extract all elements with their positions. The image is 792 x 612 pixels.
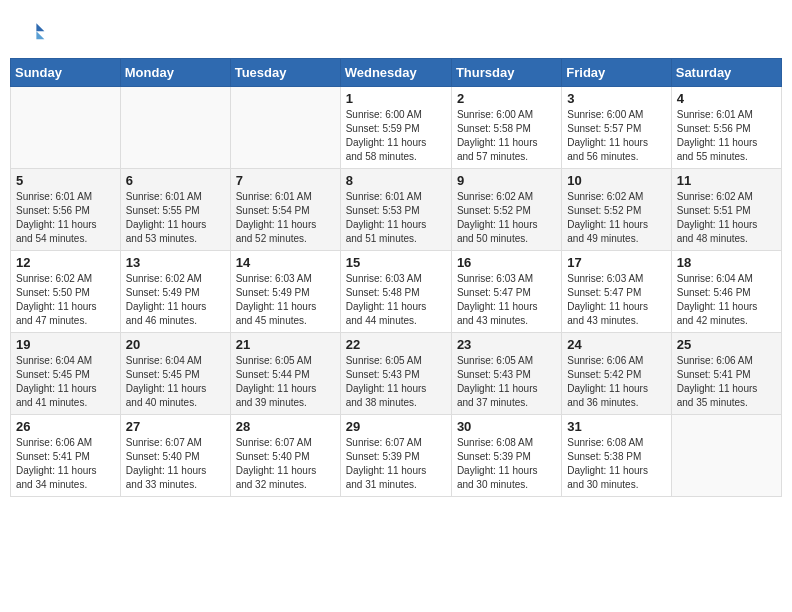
day-number: 8 — [346, 173, 446, 188]
day-info: Sunrise: 6:02 AM Sunset: 5:52 PM Dayligh… — [457, 190, 556, 246]
day-info: Sunrise: 6:03 AM Sunset: 5:47 PM Dayligh… — [567, 272, 665, 328]
calendar-day-cell: 21Sunrise: 6:05 AM Sunset: 5:44 PM Dayli… — [230, 333, 340, 415]
day-info: Sunrise: 6:04 AM Sunset: 5:45 PM Dayligh… — [16, 354, 115, 410]
day-info: Sunrise: 6:00 AM Sunset: 5:58 PM Dayligh… — [457, 108, 556, 164]
day-info: Sunrise: 6:05 AM Sunset: 5:44 PM Dayligh… — [236, 354, 335, 410]
day-number: 15 — [346, 255, 446, 270]
day-info: Sunrise: 6:04 AM Sunset: 5:45 PM Dayligh… — [126, 354, 225, 410]
calendar-day-cell — [230, 87, 340, 169]
day-info: Sunrise: 6:06 AM Sunset: 5:41 PM Dayligh… — [677, 354, 776, 410]
day-number: 4 — [677, 91, 776, 106]
day-info: Sunrise: 6:01 AM Sunset: 5:54 PM Dayligh… — [236, 190, 335, 246]
day-number: 30 — [457, 419, 556, 434]
calendar-day-cell: 25Sunrise: 6:06 AM Sunset: 5:41 PM Dayli… — [671, 333, 781, 415]
weekday-header-wednesday: Wednesday — [340, 59, 451, 87]
day-info: Sunrise: 6:08 AM Sunset: 5:38 PM Dayligh… — [567, 436, 665, 492]
calendar-day-cell: 10Sunrise: 6:02 AM Sunset: 5:52 PM Dayli… — [562, 169, 671, 251]
day-number: 17 — [567, 255, 665, 270]
logo-icon — [22, 20, 46, 44]
day-info: Sunrise: 6:01 AM Sunset: 5:56 PM Dayligh… — [677, 108, 776, 164]
day-info: Sunrise: 6:00 AM Sunset: 5:57 PM Dayligh… — [567, 108, 665, 164]
calendar-day-cell: 6Sunrise: 6:01 AM Sunset: 5:55 PM Daylig… — [120, 169, 230, 251]
day-number: 3 — [567, 91, 665, 106]
day-info: Sunrise: 6:04 AM Sunset: 5:46 PM Dayligh… — [677, 272, 776, 328]
day-number: 27 — [126, 419, 225, 434]
day-info: Sunrise: 6:01 AM Sunset: 5:56 PM Dayligh… — [16, 190, 115, 246]
day-number: 24 — [567, 337, 665, 352]
day-info: Sunrise: 6:02 AM Sunset: 5:51 PM Dayligh… — [677, 190, 776, 246]
svg-marker-0 — [36, 23, 44, 31]
calendar-day-cell: 20Sunrise: 6:04 AM Sunset: 5:45 PM Dayli… — [120, 333, 230, 415]
calendar-day-cell: 29Sunrise: 6:07 AM Sunset: 5:39 PM Dayli… — [340, 415, 451, 497]
calendar-day-cell — [671, 415, 781, 497]
day-info: Sunrise: 6:07 AM Sunset: 5:39 PM Dayligh… — [346, 436, 446, 492]
weekday-header-thursday: Thursday — [451, 59, 561, 87]
day-info: Sunrise: 6:05 AM Sunset: 5:43 PM Dayligh… — [457, 354, 556, 410]
day-number: 16 — [457, 255, 556, 270]
calendar-day-cell: 31Sunrise: 6:08 AM Sunset: 5:38 PM Dayli… — [562, 415, 671, 497]
day-info: Sunrise: 6:01 AM Sunset: 5:55 PM Dayligh… — [126, 190, 225, 246]
day-number: 10 — [567, 173, 665, 188]
weekday-header-friday: Friday — [562, 59, 671, 87]
day-info: Sunrise: 6:02 AM Sunset: 5:52 PM Dayligh… — [567, 190, 665, 246]
day-number: 11 — [677, 173, 776, 188]
calendar-day-cell: 1Sunrise: 6:00 AM Sunset: 5:59 PM Daylig… — [340, 87, 451, 169]
day-number: 23 — [457, 337, 556, 352]
calendar-day-cell: 22Sunrise: 6:05 AM Sunset: 5:43 PM Dayli… — [340, 333, 451, 415]
calendar-day-cell: 14Sunrise: 6:03 AM Sunset: 5:49 PM Dayli… — [230, 251, 340, 333]
day-number: 26 — [16, 419, 115, 434]
day-number: 18 — [677, 255, 776, 270]
day-number: 1 — [346, 91, 446, 106]
day-info: Sunrise: 6:01 AM Sunset: 5:53 PM Dayligh… — [346, 190, 446, 246]
weekday-header-tuesday: Tuesday — [230, 59, 340, 87]
calendar-day-cell: 9Sunrise: 6:02 AM Sunset: 5:52 PM Daylig… — [451, 169, 561, 251]
day-number: 29 — [346, 419, 446, 434]
calendar-day-cell: 18Sunrise: 6:04 AM Sunset: 5:46 PM Dayli… — [671, 251, 781, 333]
day-info: Sunrise: 6:02 AM Sunset: 5:49 PM Dayligh… — [126, 272, 225, 328]
calendar-table: SundayMondayTuesdayWednesdayThursdayFrid… — [10, 58, 782, 497]
day-info: Sunrise: 6:08 AM Sunset: 5:39 PM Dayligh… — [457, 436, 556, 492]
day-info: Sunrise: 6:06 AM Sunset: 5:42 PM Dayligh… — [567, 354, 665, 410]
calendar-week-row: 5Sunrise: 6:01 AM Sunset: 5:56 PM Daylig… — [11, 169, 782, 251]
day-number: 12 — [16, 255, 115, 270]
calendar-week-row: 12Sunrise: 6:02 AM Sunset: 5:50 PM Dayli… — [11, 251, 782, 333]
weekday-header-saturday: Saturday — [671, 59, 781, 87]
calendar-day-cell: 15Sunrise: 6:03 AM Sunset: 5:48 PM Dayli… — [340, 251, 451, 333]
calendar-day-cell: 24Sunrise: 6:06 AM Sunset: 5:42 PM Dayli… — [562, 333, 671, 415]
calendar-day-cell: 27Sunrise: 6:07 AM Sunset: 5:40 PM Dayli… — [120, 415, 230, 497]
calendar-day-cell: 3Sunrise: 6:00 AM Sunset: 5:57 PM Daylig… — [562, 87, 671, 169]
calendar-day-cell — [120, 87, 230, 169]
day-info: Sunrise: 6:02 AM Sunset: 5:50 PM Dayligh… — [16, 272, 115, 328]
day-info: Sunrise: 6:07 AM Sunset: 5:40 PM Dayligh… — [236, 436, 335, 492]
day-info: Sunrise: 6:03 AM Sunset: 5:49 PM Dayligh… — [236, 272, 335, 328]
day-number: 2 — [457, 91, 556, 106]
calendar-day-cell: 11Sunrise: 6:02 AM Sunset: 5:51 PM Dayli… — [671, 169, 781, 251]
calendar-week-row: 26Sunrise: 6:06 AM Sunset: 5:41 PM Dayli… — [11, 415, 782, 497]
day-info: Sunrise: 6:03 AM Sunset: 5:47 PM Dayligh… — [457, 272, 556, 328]
day-number: 25 — [677, 337, 776, 352]
day-number: 19 — [16, 337, 115, 352]
calendar-day-cell: 5Sunrise: 6:01 AM Sunset: 5:56 PM Daylig… — [11, 169, 121, 251]
calendar-week-row: 1Sunrise: 6:00 AM Sunset: 5:59 PM Daylig… — [11, 87, 782, 169]
day-info: Sunrise: 6:03 AM Sunset: 5:48 PM Dayligh… — [346, 272, 446, 328]
day-number: 31 — [567, 419, 665, 434]
calendar-week-row: 19Sunrise: 6:04 AM Sunset: 5:45 PM Dayli… — [11, 333, 782, 415]
day-info: Sunrise: 6:00 AM Sunset: 5:59 PM Dayligh… — [346, 108, 446, 164]
calendar-day-cell: 19Sunrise: 6:04 AM Sunset: 5:45 PM Dayli… — [11, 333, 121, 415]
weekday-header-sunday: Sunday — [11, 59, 121, 87]
calendar-day-cell: 17Sunrise: 6:03 AM Sunset: 5:47 PM Dayli… — [562, 251, 671, 333]
day-number: 21 — [236, 337, 335, 352]
day-number: 14 — [236, 255, 335, 270]
calendar-day-cell: 7Sunrise: 6:01 AM Sunset: 5:54 PM Daylig… — [230, 169, 340, 251]
day-info: Sunrise: 6:06 AM Sunset: 5:41 PM Dayligh… — [16, 436, 115, 492]
calendar-day-cell: 16Sunrise: 6:03 AM Sunset: 5:47 PM Dayli… — [451, 251, 561, 333]
calendar-day-cell: 28Sunrise: 6:07 AM Sunset: 5:40 PM Dayli… — [230, 415, 340, 497]
day-number: 22 — [346, 337, 446, 352]
calendar-day-cell: 26Sunrise: 6:06 AM Sunset: 5:41 PM Dayli… — [11, 415, 121, 497]
day-number: 5 — [16, 173, 115, 188]
calendar-day-cell: 13Sunrise: 6:02 AM Sunset: 5:49 PM Dayli… — [120, 251, 230, 333]
weekday-header-monday: Monday — [120, 59, 230, 87]
day-number: 28 — [236, 419, 335, 434]
day-number: 13 — [126, 255, 225, 270]
calendar-day-cell — [11, 87, 121, 169]
